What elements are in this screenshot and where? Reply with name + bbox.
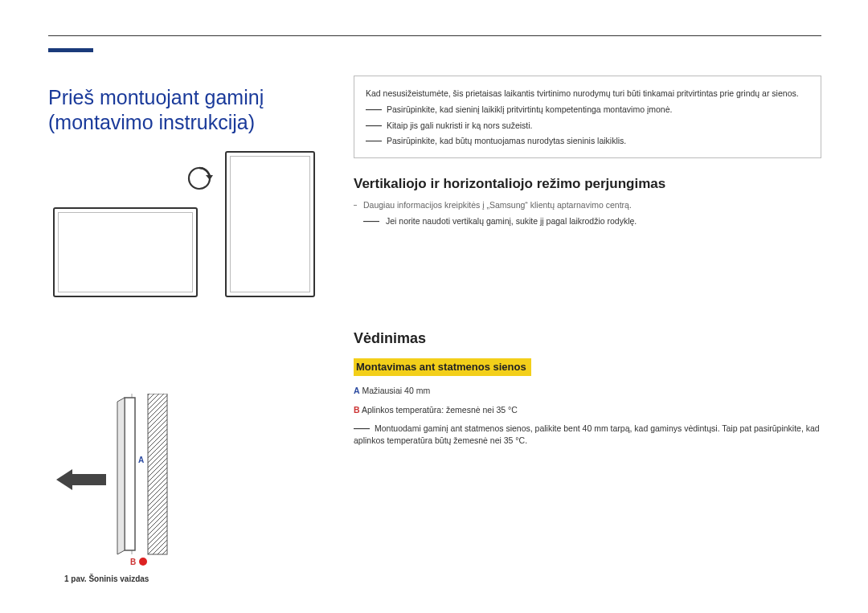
- svg-marker-7: [56, 469, 72, 490]
- svg-point-8: [139, 558, 147, 566]
- section-vent-subheading: Montavimas ant statmenos sienos: [354, 358, 531, 376]
- vent-note-text: Montuodami gaminį ant statmenos sienos, …: [354, 423, 820, 446]
- warning-note-2-text: Kitaip jis gali nukristi ir ką nors suže…: [387, 121, 532, 130]
- note-glyph-icon: ――: [354, 424, 370, 433]
- note-glyph-icon: ――: [366, 137, 382, 145]
- svg-rect-6: [72, 474, 106, 485]
- svg-marker-5: [117, 398, 125, 554]
- rotate-cw-icon: [183, 162, 215, 194]
- page-top-rule: [48, 35, 821, 36]
- vent-note: ――Montuodami gaminį ant statmenos sienos…: [354, 423, 821, 448]
- spec-row-b: B Aplinkos temperatūra: žemesnė nei 35 °…: [354, 405, 821, 415]
- arrow-left-icon: [56, 469, 106, 490]
- side-view-figure: A B 1 pav. Šoninis vaizdas: [48, 394, 193, 603]
- page-top-accent: [48, 48, 93, 52]
- section-vent-heading: Vėdinimas: [354, 330, 821, 347]
- warning-box: Kad nesusižeistumėte, šis prietaisas lai…: [354, 76, 821, 158]
- landscape-rect: [53, 207, 198, 297]
- warning-note-1: ――Pasirūpinkite, kad sieninį laikiklį pr…: [366, 104, 809, 116]
- spec-b-key: B: [354, 405, 360, 415]
- svg-rect-2: [148, 394, 167, 554]
- svg-marker-4: [125, 398, 135, 550]
- warning-line: Kad nesusižeistumėte, šis prietaisas lai…: [366, 88, 809, 100]
- warning-note-3-text: Pasirūpinkite, kad būtų montuojamas nuro…: [387, 136, 626, 145]
- section-rotate-heading: Vertikaliojo ir horizontaliojo režimo pe…: [354, 176, 821, 192]
- label-a: A: [138, 456, 144, 464]
- page-title: Prieš montuojant gaminį (montavimo instr…: [48, 85, 338, 136]
- spec-a-key: A: [354, 386, 360, 395]
- figure-caption: 1 pav. Šoninis vaizdas: [64, 574, 149, 583]
- note-glyph-icon: ――: [366, 121, 382, 130]
- spec-a-val: Mažiausiai 40 mm: [362, 386, 431, 395]
- rotate-info-bullet: Daugiau informacijos kreipkitės į „Samsu…: [354, 200, 821, 210]
- spec-row-a: A Mažiausiai 40 mm: [354, 386, 821, 395]
- rotate-note: ――Jei norite naudoti vertikalų gaminį, s…: [354, 216, 821, 226]
- svg-marker-1: [206, 175, 213, 180]
- warning-note-2: ――Kitaip jis gali nukristi ir ką nors su…: [366, 120, 809, 133]
- rotate-note-text: Jei norite naudoti vertikalų gaminį, suk…: [386, 216, 637, 226]
- note-glyph-icon: ――: [363, 217, 379, 226]
- orientation-figure: [48, 151, 289, 304]
- portrait-rect: [225, 151, 315, 297]
- spec-b-val: Aplinkos temperatūra: žemesnė nei 35 °C: [362, 405, 518, 415]
- warning-note-3: ――Pasirūpinkite, kad būtų montuojamas nu…: [366, 135, 809, 148]
- note-glyph-icon: ――: [366, 105, 382, 114]
- warning-note-1-text: Pasirūpinkite, kad sieninį laikiklį prit…: [387, 104, 672, 114]
- label-b: B: [130, 558, 136, 566]
- right-column: Kad nesusižeistumėte, šis prietaisas lai…: [354, 76, 821, 447]
